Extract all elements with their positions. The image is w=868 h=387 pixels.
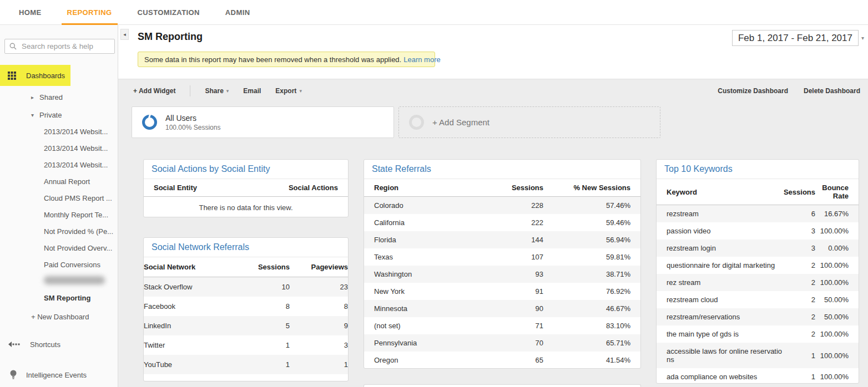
button-label: Customize Dashboard [718,87,788,95]
cell-name: Facebook [144,297,237,316]
chevron-down-icon: ▾ [226,88,229,94]
sidebar-item-annual-report[interactable]: Annual Report [44,176,90,187]
cell-bounce-rate: 16.67% [815,205,859,222]
cell-sessions: 90 [463,300,543,317]
cell-sessions: 8 [237,297,290,316]
table-row: rez stream2100.00% [657,274,859,291]
cell-region: Washington [364,266,463,283]
cell-new-sessions: 38.71% [543,266,640,283]
add-widget-button[interactable]: + Add Widget [133,87,175,95]
sidebar-group-label: Shared [39,93,63,101]
toolbar-divider [190,85,190,96]
tab-label: ADMIN [225,8,250,17]
sidebar-item-dashboard-1[interactable]: 2013/2014 Websit... [44,126,108,137]
cell-keyword: rezstream login [657,240,783,257]
sidebar-item-monthly-report[interactable]: Monthly Report Te... [44,209,108,220]
cell-new-sessions: 65.71% [543,334,640,352]
learn-more-link[interactable]: Learn more [403,55,440,64]
add-segment-button[interactable]: + Add Segment [398,106,660,138]
cell-keyword: rez stream [657,274,783,291]
sidebar-item-dashboards[interactable]: Dashboards [0,65,70,86]
share-button[interactable]: Share ▾ [205,87,229,95]
dashboards-grid-icon [8,72,16,80]
sidebar-item-not-provided-pct[interactable]: Not Provided % (Pe... [44,226,113,237]
email-button[interactable]: Email [243,87,261,95]
cell-sessions: 1 [783,368,815,384]
sidebar-item-label: Intelligence Events [26,371,87,379]
sidebar-item-paid-conversions[interactable]: Paid Conversions [44,259,100,270]
table-row: Oregon6541.54% [364,352,640,369]
cell-bounce-rate: 50.00% [815,308,859,325]
sidebar: Dashboards ▸ Shared ▾ Private 2013/2014 … [0,25,118,387]
cell-sessions: 1 [237,335,290,355]
widget-title[interactable]: Top 10 Keywords [657,160,859,179]
cell-new-sessions: 56.94% [543,231,640,248]
widget-title[interactable]: Social Network Referrals [144,238,348,257]
widget-title[interactable]: Social Actions by Social Entity [144,160,348,179]
cell-region: Oregon [364,352,463,369]
cell-sessions: 10 [237,277,290,297]
column-header: Region [364,179,463,197]
main-content: ◂ SM Reporting Feb 1, 2017 - Feb 21, 201… [118,25,868,387]
sidebar-item-dashboard-2[interactable]: 2013/2014 Websit... [44,142,108,154]
cell-sessions: 2 [783,274,815,291]
sidebar-item-cloud-pms[interactable]: Cloud PMS Report ... [44,192,112,203]
table-row: New York9176.92% [364,283,640,300]
delete-dashboard-button[interactable]: Delete Dashboard [804,87,860,95]
cell-sessions: 144 [463,231,543,248]
tab-customization[interactable]: CUSTOMIZATION [132,0,205,24]
table-row: accessible laws for online reservations1… [657,343,859,368]
cell-region: Colorado [364,197,463,214]
cell-name: Stack Overflow [144,277,237,297]
date-range-selector[interactable]: Feb 1, 2017 - Feb 21, 2017 ▾ [732,30,867,46]
cell-pageviews: 3 [290,335,348,355]
button-label: Share [205,87,223,95]
cell-region: (not set) [364,317,463,334]
tab-reporting[interactable]: REPORTING [62,0,118,24]
sidebar-group-private[interactable]: ▾ Private [31,109,62,120]
table-row: Washington9338.71% [364,266,640,283]
table-row: Twitter13 [144,335,348,355]
sidebar-item-intelligence-events[interactable]: Intelligence Events [0,368,118,381]
table-row: the main type of gds is2100.00% [657,325,859,343]
cell-pageviews: 1 [290,355,348,374]
sidebar-item-label: Dashboards [26,72,65,80]
tab-admin[interactable]: ADMIN [220,0,256,24]
sidebar-item-sm-reporting[interactable]: SM Reporting [44,292,91,303]
column-header: Social Actions [265,179,348,197]
widget-top-keywords: Top 10 Keywords Keyword Sessions Bounce … [656,159,859,384]
export-button[interactable]: Export ▾ [275,87,302,95]
top-nav: HOME REPORTING CUSTOMIZATION ADMIN [0,0,868,25]
collapse-left-icon: ◂ [123,32,126,37]
cell-region: Minnesota [364,300,463,317]
table-row: passion video3100.00% [657,222,859,240]
button-label: Delete Dashboard [804,87,860,95]
sidebar-item-label: Paid Conversions [44,261,100,269]
customize-dashboard-button[interactable]: Customize Dashboard [718,87,788,95]
sidebar-item-label: 2013/2014 Websit... [44,161,108,169]
new-dashboard-button[interactable]: + New Dashboard [31,311,89,322]
segment-ring-icon [409,115,424,130]
sidebar-item-label: Cloud PMS Report ... [44,194,112,202]
table-row: YouTube11 [144,355,348,374]
widget-partial-below [364,384,641,387]
search-input[interactable] [21,42,121,51]
sidebar-item-not-provided-overview[interactable]: Not Provided Overv... [44,242,112,253]
tab-label: HOME [19,8,42,17]
sidebar-group-shared[interactable]: ▸ Shared [31,91,63,103]
cell-bounce-rate: 100.00% [815,222,859,240]
widget-title[interactable]: State Referrals [364,160,640,179]
notice-text: Some data in this report may have been r… [144,55,401,64]
table-row: ada compliance on websites1100.00% [657,368,859,384]
sidebar-collapse-button[interactable]: ◂ [120,29,129,40]
sidebar-item-dashboard-3[interactable]: 2013/2014 Websit... [44,159,108,170]
table-header-row: Keyword Sessions Bounce Rate [657,179,859,205]
segment-all-users[interactable]: All Users 100.00% Sessions [132,106,394,138]
sidebar-item-redacted[interactable] [44,276,105,284]
cell-sessions: 222 [463,214,543,231]
sidebar-item-shortcuts[interactable]: Shortcuts [0,338,118,351]
tab-home[interactable]: HOME [13,0,47,24]
chevron-down-icon: ▾ [31,112,36,118]
tab-label: CUSTOMIZATION [138,8,200,17]
cell-sessions: 70 [463,334,543,352]
